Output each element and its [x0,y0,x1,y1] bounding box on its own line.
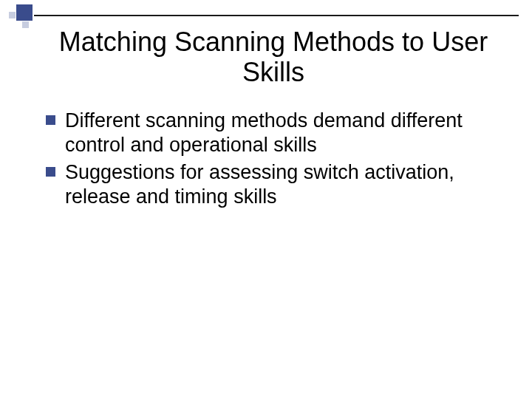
bullet-list: Different scanning methods demand differ… [44,109,502,209]
list-item: Different scanning methods demand differ… [46,109,502,157]
list-item: Suggestions for assessing switch activat… [46,160,502,209]
bullet-text: Suggestions for assessing switch activat… [65,161,454,208]
slide-title: Matching Scanning Methods to User Skills [44,27,502,88]
slide-content: Matching Scanning Methods to User Skills… [44,27,502,212]
bullet-text: Different scanning methods demand differ… [65,109,463,156]
accent-square-small [9,12,16,18]
bullet-icon [46,167,55,177]
horizontal-rule [34,15,519,16]
bullet-icon [46,115,55,125]
accent-square-large [16,4,33,21]
accent-square-small [22,21,29,28]
